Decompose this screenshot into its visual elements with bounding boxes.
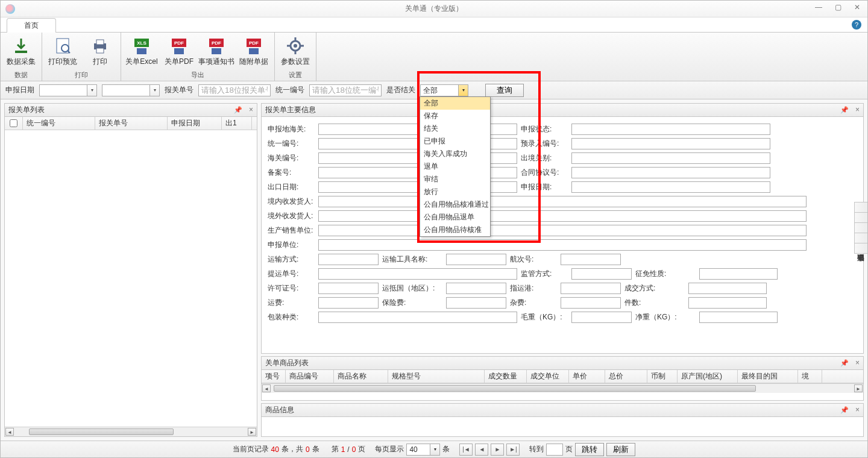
date-from-dropdown[interactable]: ▾ (87, 84, 97, 96)
ribbon-关单PDF[interactable]: PDF关单PDF (162, 35, 196, 68)
form-input[interactable] (571, 138, 770, 149)
scroll-thumb[interactable] (29, 428, 174, 435)
form-input[interactable] (561, 254, 621, 265)
side-tab[interactable]: 报关状态 (854, 202, 867, 213)
refresh-button[interactable]: 刷新 (606, 443, 635, 456)
form-input[interactable] (688, 297, 767, 309)
scroll-right-arrow[interactable]: ► (248, 428, 256, 436)
date-to-dropdown[interactable]: ▾ (150, 84, 160, 96)
form-input[interactable] (446, 254, 506, 265)
jg-option[interactable]: 退单 (420, 160, 490, 173)
jg-option[interactable]: 海关入库成功 (420, 148, 490, 160)
jg-option[interactable]: 公自用物品退单 (420, 211, 490, 224)
page-prev-button[interactable]: ◄ (475, 444, 488, 456)
tab-home[interactable]: 首页 (7, 18, 56, 33)
jg-combo-button[interactable]: ▾ (459, 84, 468, 96)
form-input[interactable] (318, 297, 379, 309)
jump-button[interactable]: 跳转 (575, 443, 604, 456)
form-input[interactable] (571, 268, 632, 280)
column-header[interactable]: 项号 (262, 370, 286, 383)
ribbon-随附单据[interactable]: PDF随附单据 (237, 35, 271, 68)
column-header[interactable]: 出1 (222, 117, 252, 130)
column-header[interactable]: 币制 (647, 370, 678, 383)
side-tab[interactable]: 原产地单证 (854, 222, 867, 233)
jg-option[interactable]: 全部 (420, 97, 490, 110)
scroll-thumb[interactable] (274, 385, 756, 392)
tybh-input[interactable] (309, 84, 382, 96)
minimize-button[interactable]: — (812, 3, 825, 11)
pin-icon[interactable]: 📌 (840, 106, 849, 114)
page-last-button[interactable]: ►| (506, 444, 520, 456)
form-input[interactable] (318, 225, 807, 236)
jg-combo[interactable]: 全部 ▾ 全部保存结关已申报海关入库成功退单审结放行公自用物品核准通过公自用物品… (420, 84, 468, 96)
form-input[interactable] (688, 283, 767, 294)
bgdh-input[interactable] (198, 84, 271, 96)
page-first-button[interactable]: |◄ (459, 444, 473, 456)
declaration-list-hscroll[interactable]: ◄ ► (5, 427, 257, 436)
page-next-button[interactable]: ► (491, 444, 504, 456)
form-input[interactable] (318, 283, 379, 294)
jg-option[interactable]: 放行 (420, 186, 490, 198)
pin-icon[interactable]: 📌 (234, 106, 242, 114)
select-all-checkbox[interactable] (10, 119, 17, 127)
form-input[interactable] (318, 239, 807, 251)
form-input[interactable] (318, 254, 379, 265)
pin-icon[interactable]: 📌 (840, 359, 849, 367)
form-input[interactable] (318, 312, 517, 323)
ribbon-数据采集[interactable]: 数据采集 (4, 35, 38, 68)
ribbon-事项通知书[interactable]: PDF事项通知书 (200, 35, 233, 68)
maximize-button[interactable]: ▢ (831, 3, 844, 11)
column-header[interactable]: 成交单位 (527, 370, 569, 383)
panel-close-icon[interactable]: × (855, 105, 860, 114)
column-header[interactable]: 商品编号 (286, 370, 334, 383)
column-header[interactable]: 成交数量 (485, 370, 527, 383)
scroll-right-arrow[interactable]: ► (854, 384, 863, 392)
panel-close-icon[interactable]: × (855, 406, 860, 414)
goods-list-hscroll[interactable]: ◄ ► (262, 383, 863, 393)
jg-option[interactable]: 公自用物品待核准 (420, 224, 490, 236)
form-input[interactable] (571, 124, 770, 135)
goto-input[interactable] (546, 444, 563, 456)
close-button[interactable]: ✕ (851, 3, 864, 11)
column-header[interactable]: 报关单号 (95, 117, 168, 130)
form-input[interactable] (318, 268, 517, 280)
date-from-input[interactable] (39, 84, 87, 96)
form-input[interactable] (446, 283, 506, 294)
column-header[interactable]: 原产国(地区) (678, 370, 738, 383)
form-input[interactable] (318, 210, 807, 222)
query-button[interactable]: 查询 (485, 84, 524, 97)
ribbon-打印[interactable]: 打印 (83, 35, 117, 68)
column-header[interactable]: 统一编号 (23, 117, 95, 130)
form-input[interactable] (561, 283, 621, 294)
column-header[interactable]: 商品名称 (334, 370, 388, 383)
side-tab[interactable]: 事项通知书 (854, 243, 867, 254)
declaration-list-body[interactable] (5, 130, 257, 427)
jg-option[interactable]: 结关 (420, 122, 490, 135)
form-input[interactable] (561, 297, 621, 309)
panel-close-icon[interactable]: × (249, 105, 253, 114)
scroll-left-arrow[interactable]: ◄ (262, 384, 271, 392)
pin-icon[interactable]: 📌 (840, 406, 849, 414)
help-icon[interactable]: ? (852, 20, 861, 30)
jg-option[interactable]: 已申报 (420, 135, 490, 148)
ribbon-参数设置[interactable]: 参数设置 (278, 35, 312, 68)
form-input[interactable] (571, 152, 770, 164)
scroll-left-arrow[interactable]: ◄ (5, 428, 14, 436)
column-header[interactable]: 境 (798, 370, 822, 383)
perpage-combo[interactable]: 40 ▾ (406, 444, 440, 456)
column-header[interactable]: 总价 (605, 370, 647, 383)
form-input[interactable] (571, 312, 632, 323)
form-input[interactable] (571, 167, 770, 178)
form-input[interactable] (699, 312, 778, 323)
column-header[interactable]: 最终目的国 (738, 370, 798, 383)
jg-option[interactable]: 保存 (420, 110, 490, 122)
column-header[interactable]: 申报日期 (168, 117, 222, 130)
perpage-value[interactable]: 40 (406, 444, 430, 456)
form-input[interactable] (446, 297, 506, 309)
jg-option[interactable]: 公自用物品核准通过 (420, 198, 490, 211)
panel-close-icon[interactable]: × (855, 359, 860, 367)
form-input[interactable] (318, 196, 807, 207)
jg-option[interactable]: 审结 (420, 173, 490, 186)
ribbon-关单Excel[interactable]: XLS关单Excel (125, 35, 159, 68)
side-tab[interactable]: 集装箱信息 (854, 212, 867, 223)
